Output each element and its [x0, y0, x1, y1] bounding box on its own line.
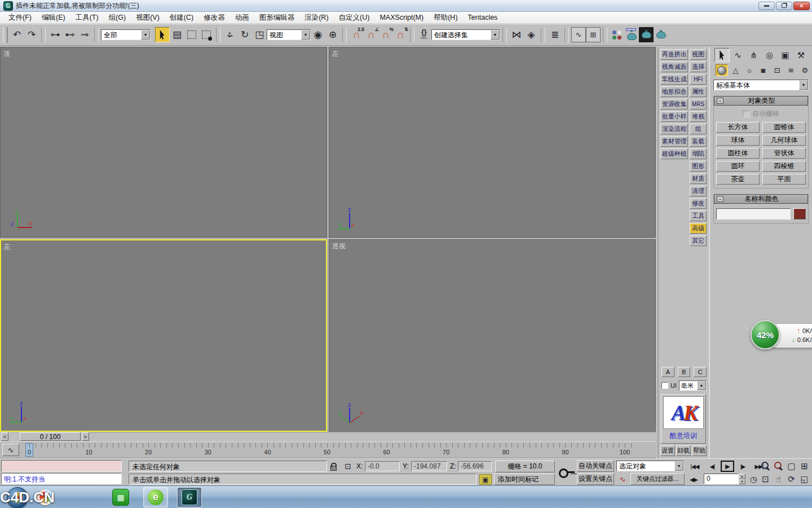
plugin-button-超级种植[interactable]: 超级种植: [660, 148, 688, 159]
plugin-button-高级[interactable]: 高级: [690, 223, 707, 234]
use-pivot-point-icon[interactable]: ◉: [311, 27, 325, 42]
plugin-button-工具[interactable]: 工具: [690, 211, 707, 221]
taskbar-360se-browser-icon-button[interactable]: e: [143, 487, 168, 507]
plugin-button-视图[interactable]: 视图: [690, 49, 707, 60]
menu-item-10[interactable]: 自定义(U): [334, 12, 375, 24]
tab-modify-icon[interactable]: ∿: [730, 48, 745, 62]
minimize-button[interactable]: [758, 2, 775, 10]
current-frame-field[interactable]: 0: [704, 474, 739, 484]
render-setup-icon[interactable]: [624, 27, 639, 42]
go-to-start-icon[interactable]: |◀◀: [687, 461, 703, 472]
rendered-frame-icon[interactable]: [639, 27, 654, 42]
zoom-extents-icon[interactable]: ▢: [785, 460, 798, 472]
schematic-view-icon[interactable]: ⊞: [586, 27, 601, 42]
taskbar-ie-icon-button[interactable]: [73, 487, 98, 507]
tab-hierarchy-icon[interactable]: ⋔: [746, 48, 761, 62]
spinner-down-icon[interactable]: ▼: [739, 479, 745, 485]
plugin-button-批量小样[interactable]: 批量小样: [660, 111, 688, 122]
plugin-button-堆栈[interactable]: 堆栈: [690, 111, 707, 122]
plugin-button-选择[interactable]: 选择: [690, 62, 707, 72]
plugin-button-其它[interactable]: 其它: [690, 235, 707, 246]
redo-icon[interactable]: ↷: [24, 27, 39, 42]
add-time-tag-button[interactable]: 添加时间标记: [494, 474, 555, 485]
primitive-button-圆环[interactable]: 圆环: [716, 161, 760, 172]
slot-button-C[interactable]: C: [694, 367, 707, 377]
tab-display-icon[interactable]: ▣: [778, 48, 793, 62]
previous-frame-icon[interactable]: ◀|: [706, 461, 718, 472]
menu-item-8[interactable]: 图形编辑器: [254, 12, 300, 24]
unit-dropdown[interactable]: 毫米 ▼: [679, 380, 707, 391]
chevron-down-icon[interactable]: ▼: [491, 30, 500, 40]
plugin-footer-button-卸载[interactable]: 卸载: [676, 445, 691, 456]
plugin-footer-button-设置[interactable]: 设置: [660, 445, 675, 456]
time-configuration-icon[interactable]: ◷: [748, 474, 759, 484]
plugin-button-素材管理[interactable]: 素材管理: [660, 136, 688, 147]
plugin-button-属性[interactable]: 属性: [690, 86, 707, 97]
primitive-button-平面[interactable]: 平面: [762, 174, 806, 185]
category-lights-icon[interactable]: ☼: [743, 64, 756, 76]
plugin-button-图形[interactable]: 图形: [690, 161, 707, 172]
mini-curve-editor-button[interactable]: ∿: [2, 444, 19, 456]
zoom-icon[interactable]: [759, 460, 772, 472]
slot-button-A[interactable]: A: [661, 367, 674, 377]
arc-rotate-icon[interactable]: ⟳: [785, 473, 798, 485]
object-color-swatch[interactable]: [793, 208, 806, 220]
auto-key-button[interactable]: 自动关键点: [577, 460, 614, 472]
frame-spinner[interactable]: ▲▼: [739, 474, 745, 484]
material-editor-icon[interactable]: [610, 27, 624, 42]
select-and-move-icon[interactable]: [223, 27, 237, 42]
z-coordinate-field[interactable]: -56.696: [458, 461, 492, 471]
tab-create-icon[interactable]: [714, 48, 730, 62]
chevron-down-icon[interactable]: ▼: [697, 381, 706, 390]
plugin-button-装载[interactable]: 装载: [690, 136, 707, 147]
primitive-button-圆锥体[interactable]: 圆锥体: [762, 122, 806, 133]
category-systems-icon[interactable]: ⚙: [798, 64, 811, 76]
unlink-selection-icon[interactable]: ⊷: [63, 27, 77, 42]
close-button[interactable]: ×: [793, 2, 810, 10]
key-curve-icon[interactable]: ∿: [617, 474, 628, 484]
percent-snap-icon[interactable]: ∩%: [378, 27, 393, 42]
tab-utilities-icon[interactable]: ⚒: [793, 48, 809, 62]
track-bar[interactable]: ∿ 0102030405060708090100: [0, 441, 656, 458]
select-and-rotate-icon[interactable]: ↻: [237, 27, 252, 42]
autogrid-checkbox[interactable]: [743, 111, 749, 117]
brand-label[interactable]: 酷意培训: [663, 429, 704, 441]
subcategory-dropdown[interactable]: 标准基本体 ▼: [713, 80, 809, 90]
viewport-3[interactable]: 左zyx: [0, 239, 327, 432]
plugin-footer-button-帮助[interactable]: 帮助: [692, 445, 707, 456]
plugin-button-再造挤出[interactable]: 再造挤出: [660, 49, 688, 60]
key-mode-toggle-icon[interactable]: ◀▶: [687, 474, 700, 485]
menu-item-13[interactable]: Tentacles: [463, 12, 503, 23]
layer-manager-icon[interactable]: ≣: [548, 27, 562, 42]
plugin-button-车线生成[interactable]: 车线生成: [660, 74, 688, 85]
menu-item-12[interactable]: 帮助(H): [429, 12, 462, 24]
selection-filter-dropdown[interactable]: 全部 ▼: [101, 29, 151, 40]
x-coordinate-field[interactable]: -0.0: [365, 461, 400, 471]
plugin-button-HFI[interactable]: HFI: [690, 74, 707, 85]
zoom-region-icon[interactable]: ⊡: [759, 473, 772, 485]
chevron-down-icon[interactable]: ▼: [301, 30, 310, 40]
primitive-button-球体[interactable]: 球体: [716, 135, 760, 146]
zoom-extents-all-icon[interactable]: ⊞: [798, 460, 811, 472]
plugin-button-MRS[interactable]: MRS: [690, 99, 707, 110]
maxscript-listener-line[interactable]: 明:1.不支持当: [1, 473, 122, 484]
time-slider-prev-button[interactable]: <: [1, 432, 8, 441]
curve-editor-icon[interactable]: ∿: [571, 27, 586, 42]
snap-toggle-icon[interactable]: ∩2.5: [349, 27, 364, 42]
tab-motion-icon[interactable]: ◎: [762, 48, 777, 62]
maximize-viewport-toggle-icon[interactable]: ◱: [798, 473, 811, 485]
angle-snap-icon[interactable]: ∩∠: [364, 27, 378, 42]
select-and-link-icon[interactable]: ⊶: [48, 27, 63, 42]
primitive-button-长方体[interactable]: 长方体: [716, 122, 760, 133]
window-crossing-icon[interactable]: [199, 27, 214, 42]
plugin-button-视角减面[interactable]: 视角减面: [660, 62, 688, 72]
play-icon[interactable]: ▶: [721, 461, 734, 472]
menu-item-11[interactable]: MAXScript(M): [374, 12, 429, 23]
primitive-button-圆柱体[interactable]: 圆柱体: [716, 148, 760, 159]
align-icon[interactable]: ◈: [524, 27, 539, 42]
isolate-cube-icon[interactable]: ▣: [479, 474, 492, 485]
net-speed-widget[interactable]: ↑0K/s ↓0.6K/s 42%: [751, 320, 812, 352]
selection-lock-icon[interactable]: [329, 462, 338, 471]
viewport-1[interactable]: 顶yxz: [0, 47, 327, 238]
restore-button[interactable]: [776, 2, 792, 10]
